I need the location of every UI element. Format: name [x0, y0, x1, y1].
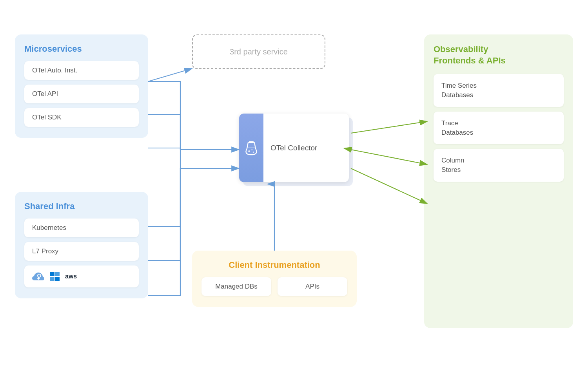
card-trace-databases: Trace Databases	[434, 112, 564, 144]
collector-icon	[244, 141, 259, 155]
svg-rect-3	[55, 277, 60, 281]
card-time-series: Time SeriesDatabases	[434, 74, 564, 107]
aws-label: aws	[65, 273, 77, 280]
card-otel-api-label: OTel API	[32, 90, 58, 98]
panel-microservices: Microservices OTel Auto. Inst. OTel API …	[15, 34, 148, 138]
svg-rect-1	[55, 272, 60, 276]
client-cards-row: Managed DBs APIs	[201, 277, 347, 296]
card-otel-auto: OTel Auto. Inst.	[24, 61, 139, 80]
observability-title: ObservabilityFrontends & APIs	[434, 44, 564, 66]
card-column-stores: ColumnStores	[434, 149, 564, 182]
shared-infra-title: Shared Infra	[24, 201, 139, 211]
card-cloud-providers: aws	[24, 265, 139, 287]
microservices-title: Microservices	[24, 44, 139, 54]
card-apis: APIs	[278, 277, 347, 296]
panel-client-instrumentation: Client Instrumentation Managed DBs APIs	[192, 251, 357, 307]
time-series-label: Time SeriesDatabases	[441, 81, 477, 100]
card-l7proxy-label: L7 Proxy	[32, 247, 58, 255]
collector-wrapper: OTel Collector	[223, 114, 349, 186]
card-kubernetes-label: Kubernetes	[32, 224, 66, 232]
column-stores-label: ColumnStores	[441, 156, 465, 175]
cloud-icons-group: aws	[32, 271, 77, 282]
card-otel-auto-label: OTel Auto. Inst.	[32, 67, 77, 74]
panel-observability: ObservabilityFrontends & APIs Time Serie…	[424, 34, 573, 328]
azure-icon	[49, 271, 60, 282]
card-l7proxy: L7 Proxy	[24, 242, 139, 261]
card-managed-dbs: Managed DBs	[201, 277, 271, 296]
client-title: Client Instrumentation	[201, 260, 347, 270]
card-kubernetes: Kubernetes	[24, 218, 139, 237]
collector-label: OTel Collector	[270, 144, 317, 152]
box-third-party: 3rd party service	[192, 34, 325, 69]
svg-point-7	[253, 152, 254, 153]
third-party-label: 3rd party service	[230, 47, 288, 56]
card-otel-api: OTel API	[24, 85, 139, 103]
svg-rect-2	[50, 277, 54, 281]
svg-rect-0	[50, 272, 54, 276]
card-otel-sdk: OTel SDK	[24, 108, 139, 127]
card-otel-sdk-label: OTel SDK	[32, 114, 62, 121]
managed-dbs-label: Managed DBs	[215, 283, 258, 290]
apis-label: APIs	[305, 283, 319, 290]
svg-point-6	[251, 149, 252, 150]
svg-point-5	[248, 150, 250, 152]
collector-icon-bar	[239, 114, 263, 182]
trace-databases-label: Trace Databases	[441, 119, 473, 137]
panel-shared-infra: Shared Infra Kubernetes L7 Proxy	[15, 192, 148, 298]
diagram-container: Microservices OTel Auto. Inst. OTel API …	[0, 0, 588, 390]
gcp-icon	[32, 271, 45, 282]
